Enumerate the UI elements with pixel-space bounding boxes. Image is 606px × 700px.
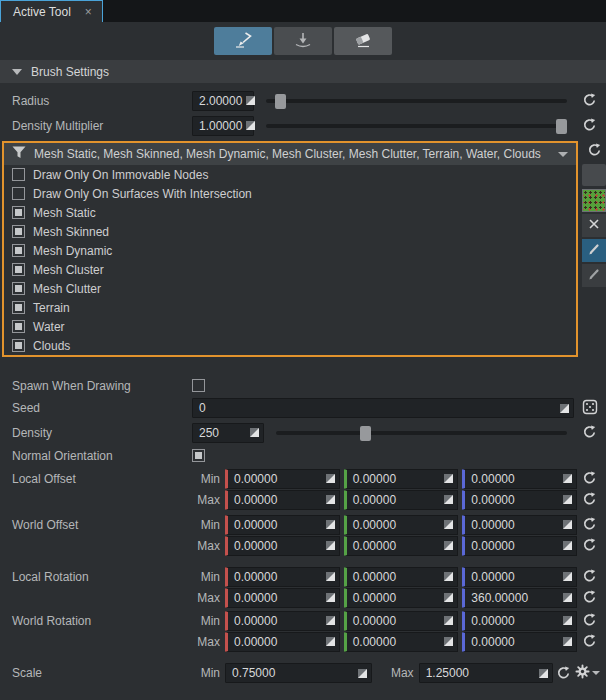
world-offset-min-z-input[interactable]: 0.00000 — [462, 515, 577, 535]
density-multiplier-reset-button[interactable] — [579, 116, 600, 136]
filter-option-mesh-cluster[interactable]: Mesh Cluster — [4, 260, 576, 279]
brush-settings-header[interactable]: Brush Settings — [0, 60, 606, 83]
radius-input[interactable]: 2.00000 — [192, 91, 254, 111]
node-type-filter-select[interactable]: Mesh Static, Mesh Skinned, Mesh Dynamic,… — [4, 143, 576, 165]
checkbox-checked[interactable] — [12, 301, 25, 314]
value-drag-icon[interactable] — [444, 593, 453, 602]
filter-option-terrain[interactable]: Terrain — [4, 298, 576, 317]
place-tool-button[interactable] — [274, 27, 332, 55]
checkbox-checked[interactable] — [12, 282, 25, 295]
value-drag-icon[interactable] — [326, 637, 335, 646]
value-drag-icon[interactable] — [560, 404, 569, 413]
value-drag-icon[interactable] — [444, 474, 453, 483]
density-reset-button[interactable] — [579, 423, 600, 443]
density-slider[interactable] — [276, 423, 567, 443]
checkbox-checked[interactable] — [12, 339, 25, 352]
filter-option-mesh-static[interactable]: Mesh Static — [4, 203, 576, 222]
world-offset-max-z-input[interactable]: 0.00000 — [462, 536, 577, 556]
value-drag-icon[interactable] — [563, 616, 572, 625]
local-rotation-max-x-input[interactable]: 0.00000 — [225, 588, 340, 608]
local-offset-min-z-input[interactable]: 0.00000 — [462, 469, 577, 489]
filter-option-immovable-nodes[interactable]: Draw Only On Immovable Nodes — [4, 165, 576, 184]
density-input[interactable]: 250 — [192, 423, 264, 443]
filter-option-surfaces-intersection[interactable]: Draw Only On Surfaces With Intersection — [4, 184, 576, 203]
density-multiplier-slider[interactable] — [266, 116, 567, 136]
world-offset-max-reset-button[interactable] — [579, 536, 600, 556]
value-drag-icon[interactable] — [444, 572, 453, 581]
density-multiplier-input[interactable]: 1.00000 — [192, 116, 254, 136]
value-drag-icon[interactable] — [326, 593, 335, 602]
seed-input[interactable]: 0 — [192, 398, 574, 418]
radius-slider-thumb[interactable] — [275, 94, 286, 109]
value-drag-icon[interactable] — [539, 669, 548, 678]
checkbox-unchecked[interactable] — [12, 187, 25, 200]
filter-option-water[interactable]: Water — [4, 317, 576, 336]
world-rotation-max-reset-button[interactable] — [579, 632, 600, 652]
value-drag-icon[interactable] — [563, 593, 572, 602]
world-rotation-max-x-input[interactable]: 0.00000 — [225, 632, 340, 652]
world-rotation-max-z-input[interactable]: 0.00000 — [462, 632, 577, 652]
value-drag-icon[interactable] — [326, 616, 335, 625]
density-multiplier-slider-thumb[interactable] — [556, 119, 567, 134]
world-rotation-min-x-input[interactable]: 0.00000 — [225, 611, 340, 631]
filter-option-mesh-clutter[interactable]: Mesh Clutter — [4, 279, 576, 298]
value-drag-icon[interactable] — [563, 637, 572, 646]
tab-close-icon[interactable]: × — [85, 6, 92, 18]
value-drag-icon[interactable] — [358, 669, 367, 678]
local-rotation-min-reset-button[interactable] — [579, 567, 600, 587]
value-drag-icon[interactable] — [326, 495, 335, 504]
scale-reset-button[interactable] — [553, 663, 574, 683]
value-drag-icon[interactable] — [444, 616, 453, 625]
world-rotation-min-y-input[interactable]: 0.00000 — [344, 611, 459, 631]
value-drag-icon[interactable] — [246, 96, 255, 105]
local-rotation-min-x-input[interactable]: 0.00000 — [225, 567, 340, 587]
world-offset-min-x-input[interactable]: 0.00000 — [225, 515, 340, 535]
brush-texture-preview[interactable] — [582, 189, 606, 212]
checkbox-checked[interactable] — [12, 206, 25, 219]
value-drag-icon[interactable] — [246, 121, 255, 130]
eraser-tool-button[interactable] — [334, 27, 392, 55]
world-rotation-max-y-input[interactable]: 0.00000 — [344, 632, 459, 652]
value-drag-icon[interactable] — [326, 541, 335, 550]
local-offset-max-y-input[interactable]: 0.00000 — [344, 490, 459, 510]
checkbox-checked[interactable] — [12, 263, 25, 276]
world-rotation-min-reset-button[interactable] — [579, 611, 600, 631]
local-offset-min-y-input[interactable]: 0.00000 — [344, 469, 459, 489]
checkbox-unchecked[interactable] — [12, 168, 25, 181]
local-offset-max-reset-button[interactable] — [579, 490, 600, 510]
value-drag-icon[interactable] — [563, 541, 572, 550]
radius-reset-button[interactable] — [579, 91, 600, 111]
scale-max-input[interactable]: 1.25000 — [419, 663, 553, 683]
filter-option-mesh-skinned[interactable]: Mesh Skinned — [4, 222, 576, 241]
world-rotation-min-z-input[interactable]: 0.00000 — [462, 611, 577, 631]
brush-tool-button[interactable] — [214, 27, 272, 55]
value-drag-icon[interactable] — [326, 474, 335, 483]
world-offset-min-reset-button[interactable] — [579, 515, 600, 535]
strip-blank-button[interactable] — [582, 164, 606, 186]
value-drag-icon[interactable] — [326, 572, 335, 581]
value-drag-icon[interactable] — [563, 520, 572, 529]
value-drag-icon[interactable] — [444, 520, 453, 529]
value-drag-icon[interactable] — [444, 495, 453, 504]
local-offset-max-x-input[interactable]: 0.00000 — [225, 490, 340, 510]
normal-orientation-checkbox[interactable] — [192, 449, 205, 462]
clear-texture-button[interactable] — [582, 214, 606, 237]
density-slider-thumb[interactable] — [360, 426, 371, 441]
value-drag-icon[interactable] — [250, 428, 259, 437]
value-drag-icon[interactable] — [444, 637, 453, 646]
local-rotation-max-y-input[interactable]: 0.00000 — [344, 588, 459, 608]
checkbox-checked[interactable] — [12, 244, 25, 257]
value-drag-icon[interactable] — [563, 474, 572, 483]
edit-texture-button-active[interactable] — [582, 239, 606, 262]
value-drag-icon[interactable] — [444, 541, 453, 550]
local-rotation-max-reset-button[interactable] — [579, 588, 600, 608]
filter-option-clouds[interactable]: Clouds — [4, 336, 576, 355]
local-offset-min-x-input[interactable]: 0.00000 — [225, 469, 340, 489]
value-drag-icon[interactable] — [563, 495, 572, 504]
checkbox-checked[interactable] — [12, 225, 25, 238]
world-offset-max-x-input[interactable]: 0.00000 — [225, 536, 340, 556]
scale-settings-button[interactable] — [574, 663, 600, 683]
local-rotation-min-y-input[interactable]: 0.00000 — [344, 567, 459, 587]
filter-option-mesh-dynamic[interactable]: Mesh Dynamic — [4, 241, 576, 260]
world-offset-min-y-input[interactable]: 0.00000 — [344, 515, 459, 535]
